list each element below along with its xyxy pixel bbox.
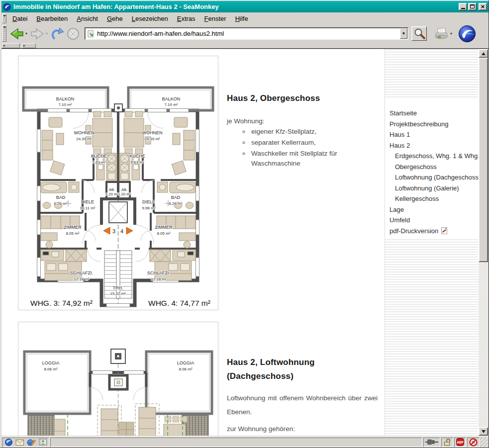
navigation-toolbar: ▾ ▾ http: (1, 24, 489, 43)
security-lock-icon (443, 438, 451, 446)
sidebar-item-label: Startseite (390, 108, 417, 119)
room-area: 8.05 m² (66, 231, 79, 236)
room-area: 24.39 m² (144, 137, 160, 141)
collapsed-toolbar-tab[interactable] (2, 43, 20, 48)
online-status[interactable] (423, 438, 440, 447)
menu-ansicht[interactable]: Ansicht (72, 13, 102, 24)
room-area: 9.96 m² (142, 206, 155, 210)
room-label: SCHLAFZI. (147, 270, 170, 275)
sidebar-item[interactable]: Projektbeschreibung (385, 119, 478, 130)
menu-hilfe[interactable]: Hilfe (231, 13, 253, 24)
print-button[interactable] (432, 25, 450, 42)
url-dropdown-icon[interactable]: ▼ (400, 28, 407, 39)
resize-grip[interactable] (481, 438, 488, 447)
room-area: 8.06 m² (179, 367, 192, 371)
menu-extras[interactable]: Extras (173, 13, 200, 24)
vertical-scrollbar[interactable] (479, 49, 488, 436)
sidebar-item-label: Erdgeschoss, Whg. 1 & Whg. 2 (395, 151, 479, 162)
composer-icon[interactable] (27, 438, 36, 447)
sidebar-item[interactable]: Loftwohnung (Dachgeschoss) (385, 172, 478, 183)
room-label: BAD (56, 195, 66, 200)
seamonkey-logo-icon (458, 25, 476, 43)
url-bar[interactable]: http://www.niendorf-am-hafen.de/haus2.ht… (85, 27, 408, 40)
menu-datei[interactable]: Datei (8, 13, 32, 24)
back-button[interactable] (8, 25, 25, 42)
sidebar-item-label: Umfeld (390, 215, 410, 226)
adblock-status[interactable]: ABP (454, 438, 466, 447)
scrollbar-thumb[interactable] (479, 58, 488, 262)
room-label: TRH. (113, 285, 123, 290)
maximize-button[interactable] (468, 3, 477, 10)
sidebar-item-label: pdf-Druckversion (390, 226, 438, 237)
popup-blocker-status[interactable] (467, 438, 480, 447)
url-text[interactable]: http://www.niendorf-am-hafen.de/haus2.ht… (97, 30, 400, 37)
section-paragraph: Loftwohnung mit offenem Wohnbereich über… (227, 391, 378, 419)
floorplan-image-obergeschoss: 3 4 BALKON 7.10 m² BALKON 7.10 m² WOHNEN… (18, 56, 218, 310)
close-button[interactable]: ✕ (479, 3, 487, 10)
sidebar-item[interactable]: Startseite (385, 108, 478, 119)
room-area: 24.39 m² (76, 137, 92, 141)
sidebar: StartseiteProjektbeschreibungHaus 1Haus … (385, 49, 478, 436)
room-area: 1.20 m² (105, 192, 118, 196)
toolbar-grippy[interactable] (2, 25, 6, 42)
sidebar-item-label: Projektbeschreibung (390, 119, 449, 130)
forward-button[interactable] (29, 25, 46, 42)
back-dropdown-icon[interactable]: ▾ (25, 31, 29, 36)
pdf-icon (441, 227, 448, 235)
room-area: 6.26 m² (54, 201, 67, 206)
menu-gehe[interactable]: Gehe (102, 13, 127, 24)
scroll-up-button[interactable] (479, 49, 488, 58)
sidebar-stripes-bottom (385, 239, 478, 436)
sidebar-item[interactable]: Lage (385, 204, 478, 215)
toolbar-grippy[interactable] (2, 14, 6, 23)
room-label: DIELE (81, 199, 94, 204)
menu-lesezeichen[interactable]: Lesezeichen (127, 13, 173, 24)
sidebar-item[interactable]: Haus 1 (385, 129, 478, 140)
menu-bearbeiten[interactable]: Bearbeiten (32, 13, 72, 24)
print-dropdown-icon[interactable]: ▾ (450, 31, 454, 36)
page-title: Haus 2, Obergeschoss (227, 93, 378, 103)
seamonkey-window-icon (3, 3, 11, 11)
sidebar-item[interactable]: Umfeld (385, 215, 478, 226)
sidebar-item[interactable]: Kellergeschoss (385, 193, 478, 204)
navigator-icon[interactable] (4, 438, 13, 447)
throbber[interactable] (458, 25, 477, 43)
room-area: 8.06 m² (44, 367, 57, 371)
titlebar[interactable]: Immobilie in Niendorf am Hafen: Appartem… (1, 1, 489, 12)
sidebar-item[interactable]: pdf-Druckversion (385, 226, 478, 237)
search-icon (413, 27, 426, 40)
collapsed-toolbar-tab[interactable] (22, 43, 36, 48)
sidebar-item[interactable]: Obergeschoss (385, 162, 478, 173)
page-content: 3 4 BALKON 7.10 m² BALKON 7.10 m² WOHNEN… (1, 49, 479, 436)
print-icon (433, 27, 449, 40)
sidebar-item[interactable]: Haus 2 (385, 140, 478, 151)
status-text-area (50, 438, 422, 447)
room-label: KÜCHE (129, 154, 145, 159)
unit-marker-label: 3 (112, 228, 115, 234)
collapsed-toolbar-strip (1, 43, 489, 49)
security-status[interactable] (441, 438, 453, 447)
menubar: DateiBearbeitenAnsichtGeheLesezeichenExt… (1, 13, 489, 24)
search-button[interactable] (411, 26, 427, 41)
sidebar-item[interactable]: Erdgeschoss, Whg. 1 & Whg. 2 (385, 151, 478, 162)
reload-button[interactable] (49, 25, 65, 42)
feature-list-item: separater Kellerraum, (250, 138, 376, 148)
page-proxy-icon[interactable] (87, 30, 94, 38)
floorplan-image-dachgeschoss: 2m-LINIE 2m-LINIE 1m-LINIE LOGGIA 8.06 m… (18, 322, 218, 436)
sidebar-item-label: Haus 2 (390, 140, 410, 151)
address-book-icon[interactable] (39, 438, 47, 446)
forward-dropdown-icon[interactable]: ▾ (46, 31, 49, 36)
sidebar-item[interactable]: Loftwohnung (Galerie) (385, 183, 478, 194)
minimize-button[interactable] (459, 3, 467, 10)
scroll-down-button[interactable] (479, 427, 488, 436)
mail-icon[interactable] (15, 439, 24, 446)
stop-button[interactable] (65, 25, 81, 42)
sidebar-item-label: Kellergeschoss (395, 193, 439, 204)
room-label: BAD (171, 195, 181, 200)
svg-text:ABP: ABP (457, 441, 464, 444)
sidebar-item-label: Loftwohnung (Galerie) (395, 183, 459, 194)
unit-total-left: WHG. 3: 74,92 m² (30, 299, 93, 307)
menu-fenster[interactable]: Fenster (200, 13, 231, 24)
section-title: Haus 2, Loftwohnung (Dachgeschoss) (227, 356, 351, 383)
room-label: ZIMMER (155, 225, 173, 230)
